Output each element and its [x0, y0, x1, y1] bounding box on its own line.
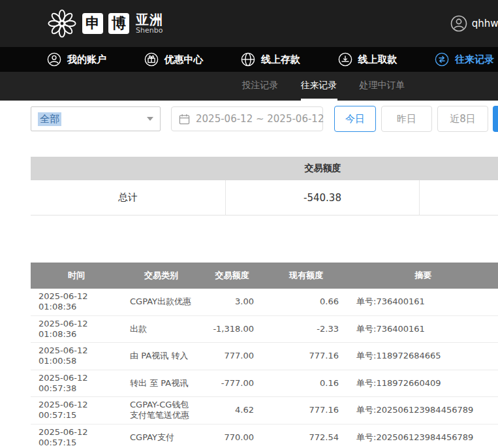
cell-time: 2025-06-12 01:08:36: [31, 289, 122, 315]
nav-item-label: 优惠中心: [164, 54, 204, 66]
tab-bet-records[interactable]: 投注记录: [242, 72, 279, 101]
summary-total-label: 总计: [31, 180, 226, 215]
table-header-row: 时间 交易类别 交易额度 现有额度 摘要: [31, 263, 498, 289]
cell-time: 2025-06-12 00:57:15: [31, 397, 122, 424]
cell-type: 转出 至 PA视讯: [122, 370, 200, 397]
chevron-down-icon: [147, 117, 153, 121]
summary-table: 交易额度 总计 -540.38: [31, 157, 498, 216]
type-select[interactable]: 全部: [31, 106, 161, 131]
table-row: 2025-06-12 01:08:36 出款 -1,318.00 -2.33 单…: [31, 315, 498, 343]
col-header-type: 交易类别: [122, 263, 200, 289]
date-range-value: 2025-06-12 ~ 2025-06-12: [196, 113, 324, 125]
cell-memo: 单号:118972660409: [349, 370, 498, 397]
content-area: 全部 2025-06-12 ~ 2025-06-12 今日: [0, 101, 498, 448]
nav-item-label: 线上取款: [358, 54, 397, 66]
withdraw-icon: [338, 52, 352, 67]
summary-spacer: [420, 180, 498, 215]
col-header-memo: 摘要: [349, 263, 498, 289]
cell-time: 2025-06-12 00:57:38: [31, 370, 122, 397]
cell-memo: 单号:202506123984456789: [349, 397, 498, 424]
summary-total-value: -540.38: [226, 180, 420, 215]
search-button-partial[interactable]: [493, 106, 498, 132]
col-header-balance: 现有额度: [264, 263, 349, 289]
deposit-globe-icon: [241, 52, 255, 67]
cell-time: 2025-06-12 00:57:15: [31, 424, 122, 448]
cell-memo: 单号:118972684665: [349, 343, 498, 370]
brand-region-en: Shenbo: [136, 27, 163, 35]
top-header: 申 博 亚洲 Shenbo qhhw1: [0, 0, 498, 47]
cell-balance: -2.33: [264, 315, 349, 343]
nav-item-withdraw[interactable]: 线上取款: [338, 52, 397, 67]
nav-item-transactions[interactable]: 往来记录: [435, 52, 494, 67]
cell-balance: 0.16: [264, 370, 349, 397]
summary-header-amount: 交易额度: [226, 157, 420, 180]
user-account[interactable]: qhhw1: [450, 0, 498, 47]
cell-memo: 单号:736400161: [349, 289, 498, 315]
summary-total-row: 总计 -540.38: [31, 180, 498, 216]
nav-item-promotions[interactable]: 优惠中心: [144, 52, 204, 67]
cell-amount: 4.62: [200, 397, 264, 424]
cell-balance: 777.16: [264, 343, 349, 370]
last-8-days-button[interactable]: 近8日: [437, 106, 488, 132]
nav-item-label: 我的账户: [67, 54, 106, 66]
tab-transaction-records[interactable]: 往来记录: [301, 72, 337, 101]
summary-header-spacer: [31, 157, 226, 180]
cell-amount: -1,318.00: [200, 315, 264, 343]
type-select-value: 全部: [38, 112, 61, 126]
transactions-table: 时间 交易类别 交易额度 现有额度 摘要 2025-06-12 01:08:36…: [31, 263, 498, 448]
brand-region-cn: 亚洲: [136, 13, 163, 27]
table-row: 2025-06-12 00:57:15 CGPAY-CG钱包支付笔笔送优惠 4.…: [31, 397, 498, 424]
nav-item-deposit[interactable]: 线上存款: [241, 52, 300, 67]
table-row: 2025-06-12 01:00:58 由 PA视讯 转入 777.00 777…: [31, 343, 498, 370]
today-button[interactable]: 今日: [334, 106, 376, 132]
main-nav: 我的账户 优惠中心: [0, 47, 498, 72]
cell-memo: 单号:202506123984456789: [349, 424, 498, 448]
cell-type: 由 PA视讯 转入: [122, 343, 200, 370]
filter-row: 全部 2025-06-12 ~ 2025-06-12 今日: [31, 106, 498, 132]
flower-logo-icon: [47, 8, 77, 39]
page: 申 博 亚洲 Shenbo qhhw1: [0, 0, 498, 448]
cell-amount: 3.00: [200, 289, 264, 315]
gift-icon: [144, 52, 159, 67]
cell-amount: 777.00: [200, 343, 264, 370]
table-row: 2025-06-12 00:57:15 CGPAY支付 770.00 772.5…: [31, 424, 498, 448]
nav-item-label: 线上存款: [261, 54, 300, 66]
table-row: 2025-06-12 01:08:36 CGPAY出款优惠 3.00 0.66 …: [31, 289, 498, 315]
cell-time: 2025-06-12 01:00:58: [31, 343, 122, 370]
cell-balance: 0.66: [264, 289, 349, 315]
cell-time: 2025-06-12 01:08:36: [31, 315, 122, 343]
brand-char-2: 博: [108, 13, 129, 34]
cell-type: CGPAY-CG钱包支付笔笔送优惠: [122, 397, 200, 424]
tab-pending-orders[interactable]: 处理中订单: [360, 72, 405, 101]
summary-header-spacer: [420, 157, 498, 180]
sub-nav: 投注记录 往来记录 处理中订单: [0, 72, 498, 101]
brand-logo[interactable]: 申 博 亚洲 Shenbo: [47, 8, 163, 39]
cell-amount: 770.00: [200, 424, 264, 448]
cell-type: CGPAY支付: [122, 424, 200, 448]
col-header-time: 时间: [31, 263, 122, 289]
yesterday-button[interactable]: 昨日: [381, 106, 432, 132]
col-header-amount: 交易额度: [200, 263, 264, 289]
brand-char-1: 申: [82, 13, 103, 34]
cell-amount: -777.00: [200, 370, 264, 397]
username-label: qhhw1: [472, 18, 498, 29]
account-icon: [47, 52, 61, 67]
cell-type: CGPAY出款优惠: [122, 289, 200, 315]
cell-memo: 单号:736400161: [349, 315, 498, 343]
user-avatar-icon: [450, 15, 467, 32]
table-row: 2025-06-12 00:57:38 转出 至 PA视讯 -777.00 0.…: [31, 370, 498, 397]
records-icon: [435, 52, 449, 67]
date-range-input[interactable]: 2025-06-12 ~ 2025-06-12: [171, 106, 323, 131]
nav-item-my-account[interactable]: 我的账户: [47, 52, 106, 67]
nav-item-label: 往来记录: [455, 54, 494, 66]
cell-balance: 777.16: [264, 397, 349, 424]
cell-balance: 772.54: [264, 424, 349, 448]
summary-header-row: 交易额度: [31, 157, 498, 180]
brand-region: 亚洲 Shenbo: [136, 13, 163, 35]
calendar-icon: [179, 114, 190, 125]
cell-type: 出款: [122, 315, 200, 343]
